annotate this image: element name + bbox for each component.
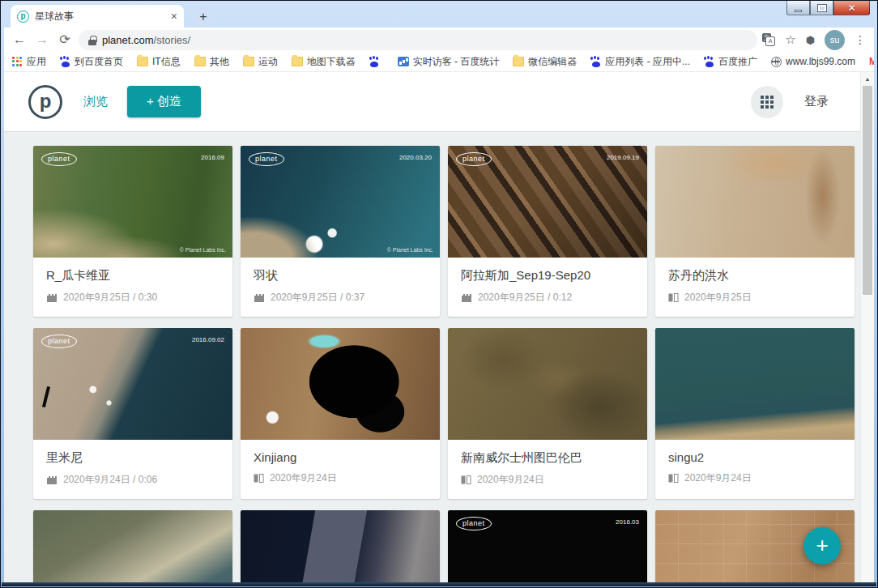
story-thumbnail [241, 510, 440, 582]
story-card[interactable]: Xinjiang 2020年9月24日 [241, 328, 440, 499]
browser-tab[interactable]: p 星球故事 × [11, 5, 184, 28]
folder-icon [194, 57, 206, 66]
translate-icon[interactable] [762, 33, 775, 46]
story-card[interactable]: planet 2016.09 © Planet Labs Inc. R_瓜卡维亚… [33, 146, 232, 317]
browse-link[interactable]: 浏览 [83, 94, 108, 109]
planet-watermark: planet [456, 152, 492, 166]
maximize-button[interactable] [810, 1, 833, 15]
card-title: 羽状 [254, 268, 427, 283]
story-card[interactable]: 苏丹的洪水 2020年9月25日 [655, 146, 855, 317]
card-meta: 2020年9月24日 [668, 471, 842, 485]
story-card[interactable] [33, 510, 232, 582]
thumbnail-date: 2019.09.19 [607, 154, 639, 161]
minimize-button[interactable] [786, 1, 810, 15]
film-icon [46, 292, 58, 303]
film-icon [46, 475, 58, 485]
chrome-menu-icon[interactable]: ⋮ [855, 33, 866, 46]
bookmark-baidu-promo[interactable]: 百度推广 [704, 55, 757, 69]
card-title: 苏丹的洪水 [668, 268, 842, 283]
profile-avatar[interactable]: su [825, 30, 845, 50]
story-thumbnail [241, 328, 440, 440]
folder-icon [243, 57, 254, 66]
add-story-fab[interactable]: + [803, 527, 841, 565]
card-caption: 新南威尔士州图巴伦巴 2020年9月24日 [448, 440, 647, 499]
film-icon [461, 292, 472, 303]
story-card[interactable]: planet 2016.03 [448, 510, 647, 582]
stats-chart-icon [398, 57, 409, 66]
compare-icon [461, 475, 471, 485]
baidu-icon [704, 57, 714, 67]
grid-dots-icon [761, 96, 774, 109]
bookmark-baidu[interactable] [369, 57, 384, 67]
story-thumbnail: planet 2016.03 [448, 510, 647, 582]
bookmark-apps[interactable]: 应用 [12, 55, 46, 69]
toolbar-right: ☆ ⬢ su ⋮ [762, 30, 867, 50]
planet-watermark: planet [249, 152, 284, 166]
header-right: 登录 [751, 86, 850, 118]
site-header: p 浏览 + 创造 登录 [4, 72, 874, 132]
story-card[interactable]: singu2 2020年9月24日 [655, 328, 855, 499]
bookmark-folder-wechat-editor[interactable]: 微信编辑器 [513, 55, 577, 69]
compare-icon [668, 473, 679, 484]
bookmark-baidu-home[interactable]: 到百度首页 [60, 55, 123, 69]
back-icon[interactable]: ← [11, 33, 28, 46]
forward-icon[interactable]: → [33, 33, 51, 46]
tab-title: 星球故事 [35, 10, 165, 23]
planet-logo[interactable]: p [28, 85, 62, 119]
baidu-icon [590, 57, 601, 67]
story-thumbnail: planet 2019.09.19 [448, 146, 647, 258]
story-card[interactable]: 新南威尔士州图巴伦巴 2020年9月24日 [448, 328, 647, 499]
bookmark-app-list[interactable]: 应用列表 - 应用中... [590, 55, 690, 69]
card-meta: 2020年9月25日 [668, 291, 842, 305]
bookmark-gmail[interactable]: M Gmail [869, 56, 874, 67]
card-caption: 苏丹的洪水 2020年9月25日 [655, 258, 855, 317]
story-card[interactable] [241, 510, 440, 582]
bookmark-star-icon[interactable]: ☆ [785, 32, 795, 47]
thumbnail-date: 2016.03 [616, 518, 639, 526]
story-thumbnail: planet 2016.09 © Planet Labs Inc. [33, 146, 232, 258]
card-meta: 2020年9月25日 / 0:37 [254, 291, 427, 305]
reload-icon[interactable]: ⟳ [56, 33, 74, 46]
folder-icon [513, 57, 524, 66]
close-button[interactable]: ✕ [833, 1, 870, 15]
extensions-icon[interactable]: ⬢ [806, 34, 815, 46]
scroll-up-arrow-icon[interactable]: ▲ [861, 72, 874, 85]
story-card[interactable]: planet 2019.09.19 阿拉斯加_Sep19-Sep20 2020年… [448, 146, 647, 317]
baidu-icon [369, 57, 380, 67]
address-bar[interactable]: planet.com/stories/ [79, 30, 757, 50]
bookmarks-bar: 应用 到百度首页 IT信息 其他 运动 地图下载器 [4, 52, 874, 72]
story-thumbnail: planet 2016.09.02 [33, 328, 232, 440]
planet-stories-page: p 浏览 + 创造 登录 planet 2016 [4, 72, 874, 582]
credit-text: © Planet Labs Inc. [387, 247, 433, 253]
story-thumbnail [655, 328, 855, 440]
planet-watermark: planet [456, 517, 492, 530]
create-button[interactable]: + 创造 [127, 86, 201, 117]
compare-icon [668, 292, 679, 303]
scrollbar-thumb[interactable] [863, 86, 872, 295]
card-meta: 2020年9月25日 / 0:30 [46, 291, 220, 305]
card-title: singu2 [668, 450, 842, 464]
story-thumbnail [655, 146, 855, 258]
page-scrollbar[interactable]: ▲ [860, 72, 874, 582]
bookmark-baidu-stats[interactable]: 实时访客 - 百度统计 [398, 55, 500, 69]
tab-close-icon[interactable]: × [171, 11, 177, 22]
bookmark-folder-it[interactable]: IT信息 [137, 55, 181, 69]
film-icon [254, 292, 265, 303]
story-thumbnail: planet 2020.03.20 © Planet Labs Inc. [241, 146, 440, 258]
folder-icon [137, 57, 148, 66]
window-bottom-edge [2, 582, 876, 586]
new-tab-button[interactable]: + [194, 7, 213, 27]
browser-window: p 星球故事 × + ✕ ← → ⟳ planet.com/stories/ ☆… [0, 0, 878, 588]
card-caption: 羽状 2020年9月25日 / 0:37 [241, 258, 440, 317]
bookmark-folder-mapdownloader[interactable]: 地图下载器 [292, 55, 356, 69]
login-link[interactable]: 登录 [804, 94, 829, 109]
story-card[interactable]: planet 2020.03.20 © Planet Labs Inc. 羽状 … [241, 146, 440, 317]
story-card[interactable]: planet 2016.09.02 里米尼 2020年9月24日 / 0:06 [33, 328, 232, 499]
bookmark-folder-other[interactable]: 其他 [194, 55, 229, 69]
thumbnail-date: 2016.09 [201, 154, 224, 161]
card-title: Xinjiang [254, 450, 427, 464]
bookmark-folder-sports[interactable]: 运动 [243, 55, 278, 69]
bookmark-lbjs99[interactable]: www.lbjs99.com [771, 56, 855, 67]
apps-grid-button[interactable] [751, 86, 783, 118]
lock-icon [88, 36, 96, 45]
